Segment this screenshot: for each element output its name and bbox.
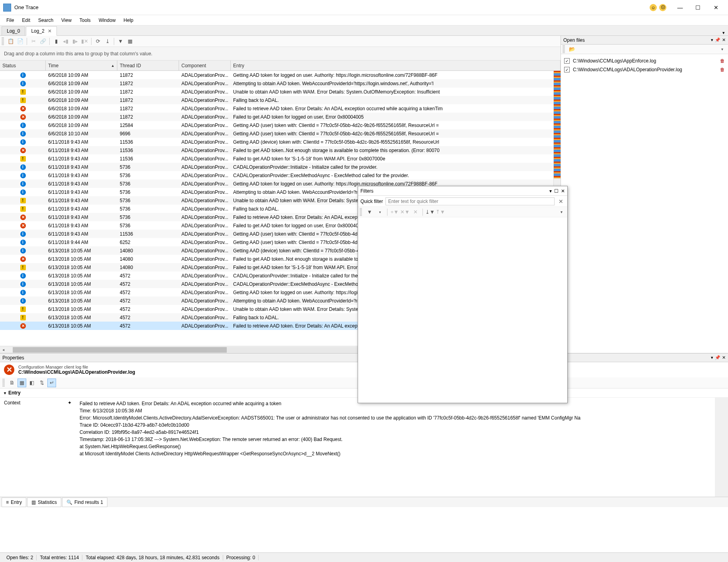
entry-line: at System.Net.HttpWebRequest.GetResponse… — [80, 443, 717, 450]
view-grid-icon[interactable]: ▦ — [18, 379, 26, 387]
sort-icon[interactable]: ⇅ — [37, 379, 46, 387]
tab-statistics[interactable]: ▥Statistics — [27, 498, 61, 507]
pane-pin-icon[interactable]: 📌 — [715, 37, 720, 43]
toolbar-menu-icon[interactable]: ▾ — [718, 45, 726, 54]
copy-icon[interactable]: 📋 — [6, 37, 15, 46]
quick-filter-input[interactable] — [385, 197, 555, 205]
remove-filter-icon[interactable]: ✕▼ — [401, 208, 409, 217]
tab-entry[interactable]: ≡Entry — [2, 498, 26, 507]
filters-close-icon[interactable]: ✕ — [561, 188, 565, 194]
table-row[interactable]: !6/6/2018 10:09 AM11872ADALOperationProv… — [0, 88, 553, 96]
cell-thread: 11536 — [117, 148, 179, 153]
delete-filter-icon[interactable]: ✕ — [411, 208, 420, 217]
checkbox[interactable]: ✓ — [564, 58, 570, 64]
bookmark-icon[interactable]: ▮ — [52, 37, 60, 46]
view-details-icon[interactable]: 🗎 — [8, 379, 16, 387]
open-file-icon[interactable]: 📂 — [568, 45, 576, 54]
smiley-happy-icon[interactable]: ☺ — [650, 4, 657, 11]
table-row[interactable]: i6/6/2018 10:09 AM11872ADALOperationProv… — [0, 71, 553, 79]
filters-titlebar[interactable]: Filters ▾ ☐ ✕ — [358, 186, 567, 196]
maximize-button[interactable]: ☐ — [689, 2, 707, 14]
toolbar-overflow-icon[interactable]: ▾ — [557, 208, 566, 217]
auto-scroll-icon[interactable]: ⤓ — [103, 37, 112, 46]
table-row[interactable]: !6/6/2018 10:09 AM11872ADALOperationProv… — [0, 96, 553, 104]
file-row[interactable]: ✓C:\Windows\CCM\Logs\AppEnforce.log🗑 — [563, 57, 726, 65]
collapse-icon[interactable]: ▾ — [4, 391, 6, 395]
table-row[interactable]: i6/6/2018 10:09 AM12584ADALOperationProv… — [0, 121, 553, 129]
clear-bookmarks-icon[interactable]: ▮✕ — [80, 37, 89, 46]
column-status[interactable]: Status — [0, 60, 46, 70]
clear-filter-icon[interactable]: ✕ — [557, 198, 565, 205]
table-row[interactable]: i6/11/2018 9:43 AM5736ADALOperationProv.… — [0, 163, 553, 171]
table-row[interactable]: ✕6/6/2018 10:09 AM11872ADALOperationProv… — [0, 113, 553, 121]
group-by-bar[interactable]: Drag and drop a column into this area to… — [0, 47, 561, 60]
tab-log-2[interactable]: Log_2 ✕ — [26, 26, 56, 36]
funnel-dropdown-icon[interactable]: ▾ — [376, 208, 384, 217]
pane-menu-icon[interactable]: ▾ — [711, 355, 713, 360]
vertical-scrollbar[interactable] — [715, 398, 721, 497]
menu-view[interactable]: View — [57, 16, 76, 25]
wrap-icon[interactable]: ↵ — [47, 379, 56, 387]
pane-close-icon[interactable]: ✕ — [722, 355, 726, 360]
close-button[interactable]: ✕ — [707, 2, 725, 14]
menu-file[interactable]: File — [2, 16, 18, 25]
remove-file-icon[interactable]: 🗑 — [720, 67, 725, 72]
link-icon[interactable]: 🔗 — [39, 37, 47, 46]
tab-close-icon[interactable]: ✕ — [48, 28, 52, 34]
filters-menu-icon[interactable]: ▾ — [549, 188, 552, 194]
checkbox[interactable]: ✓ — [564, 67, 570, 72]
file-row[interactable]: ✓C:\Windows\CCM\Logs\ADALOperationProvid… — [563, 65, 726, 74]
filters-window[interactable]: Filters ▾ ☐ ✕ Quick filter ✕ ▼ ▾ +▼ ✕▼ ✕… — [358, 186, 568, 403]
column-thread[interactable]: Thread ID — [117, 60, 179, 70]
cell-time: 6/11/2018 9:43 AM — [46, 156, 117, 162]
table-row[interactable]: ✕6/11/2018 9:43 AM11536ADALOperationProv… — [0, 146, 553, 154]
minimize-button[interactable]: — — [671, 2, 689, 14]
paste-icon[interactable]: 📄 — [16, 37, 25, 46]
tab-log-0[interactable]: Log_0 — [2, 26, 25, 35]
import-filter-icon[interactable]: ⤓▼ — [426, 208, 434, 217]
refresh-icon[interactable]: ⟳ — [93, 37, 102, 46]
table-row[interactable]: i6/6/2018 10:10 AM9696ADALOperationProv.… — [0, 129, 553, 138]
scroll-left-icon[interactable]: ◂ — [0, 347, 6, 352]
table-row[interactable]: i6/6/2018 10:09 AM11872ADALOperationProv… — [0, 79, 553, 88]
menu-window[interactable]: Window — [95, 16, 120, 25]
status-elapsed: Total elapsed: 428 days, 18 hours, 18 mi… — [82, 555, 223, 560]
menu-edit[interactable]: Edit — [18, 16, 34, 25]
prev-bookmark-icon[interactable]: ◂▮ — [61, 37, 70, 46]
table-row[interactable]: !6/11/2018 9:43 AM11536ADALOperationProv… — [0, 154, 553, 163]
table-row[interactable]: i6/11/2018 9:43 AM11536ADALOperationProv… — [0, 138, 553, 146]
cell-time: 6/13/2018 10:05 AM — [46, 290, 117, 295]
cut-icon[interactable]: ✂ — [29, 37, 38, 46]
cell-component: ADALOperationProv... — [179, 131, 231, 137]
export-filter-icon[interactable]: ⤒▼ — [436, 208, 445, 217]
funnel-icon[interactable]: ▼ — [365, 208, 374, 217]
pin-icon[interactable]: ✦ — [68, 400, 72, 494]
cell-component: ADALOperationProv... — [179, 281, 231, 287]
filters-maximize-icon[interactable]: ☐ — [554, 188, 559, 194]
cell-time: 6/11/2018 9:43 AM — [46, 173, 117, 178]
cell-thread: 5736 — [117, 189, 179, 195]
column-component[interactable]: Component — [179, 60, 231, 70]
column-time[interactable]: Time▲ — [46, 60, 117, 70]
next-bookmark-icon[interactable]: ▮▸ — [71, 37, 80, 46]
cell-thread: 4572 — [117, 273, 179, 279]
tab-find-results[interactable]: 🔍Find results 1 — [62, 498, 107, 507]
remove-file-icon[interactable]: 🗑 — [720, 58, 725, 64]
tabs-overflow-button[interactable]: ▾ — [719, 30, 728, 35]
table-row[interactable]: i6/11/2018 9:43 AM5736ADALOperationProv.… — [0, 171, 553, 180]
column-entry[interactable]: Entry — [231, 60, 561, 70]
cell-thread: 4572 — [117, 306, 179, 312]
filter-icon[interactable]: ▼ — [116, 37, 125, 46]
menu-help[interactable]: Help — [120, 16, 138, 25]
pane-close-icon[interactable]: ✕ — [722, 37, 726, 43]
menu-search[interactable]: Search — [34, 16, 57, 25]
smiley-sad-icon[interactable]: ☹ — [659, 4, 666, 11]
pane-menu-icon[interactable]: ▾ — [711, 37, 713, 43]
columns-icon[interactable]: ▦ — [126, 37, 134, 46]
menu-tools[interactable]: Tools — [76, 16, 95, 25]
view-props-icon[interactable]: ◧ — [27, 379, 36, 387]
pane-pin-icon[interactable]: 📌 — [715, 355, 720, 360]
cell-component: ADALOperationProv... — [179, 198, 231, 203]
table-row[interactable]: ✕6/6/2018 10:09 AM11872ADALOperationProv… — [0, 104, 553, 113]
add-filter-icon[interactable]: +▼ — [390, 208, 399, 217]
